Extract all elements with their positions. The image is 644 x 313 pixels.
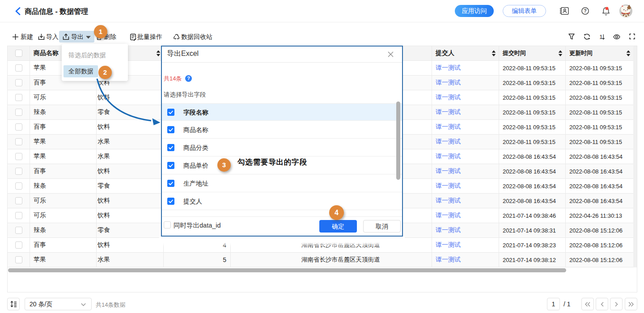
svg-text:1: 1 [599, 34, 602, 40]
svg-text:?: ? [584, 8, 586, 13]
